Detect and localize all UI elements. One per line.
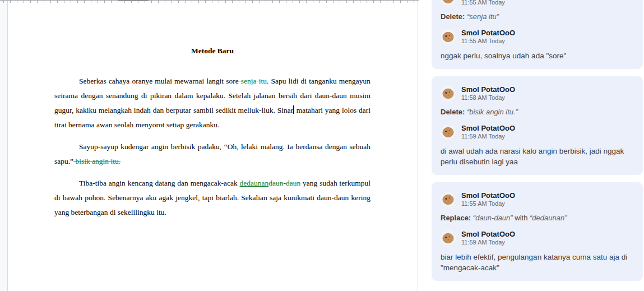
comment-timestamp: 11:59 AM Today (461, 133, 515, 140)
suggestion-summary: Replace: “daun-daun” with “dedaunan” (441, 213, 634, 223)
comment-author-row: Smol PotatOoO11:58 AM Today (441, 85, 634, 101)
potato-avatar-icon (441, 0, 456, 6)
comment-body-text: di awal udah ada narasi kalo angin berbi… (441, 146, 634, 167)
potato-avatar-icon (441, 29, 456, 44)
comment-author-row: Smol PotatOoO11:55 AM Today (441, 191, 634, 207)
suggestion-text: with (513, 214, 530, 222)
comments-sidebar: Smol PotatOoO11:55 AM TodayDelete: “senj… (432, 0, 643, 291)
author-name: Smol PotatOoO (461, 191, 515, 200)
author-name: Smol PotatOoO (461, 85, 515, 94)
document-page[interactable]: Metode Baru Seberkas cahaya oranye mulai… (54, 0, 370, 227)
potato-avatar-icon (441, 86, 456, 101)
comment-timestamp: 11:58 AM Today (461, 94, 515, 101)
page-gutter (0, 0, 7, 291)
suggestion-quoted-text: “dedaunan” (530, 214, 567, 222)
comment-card[interactable]: Smol PotatOoO11:58 AM TodayDelete: “bisi… (432, 76, 643, 175)
author-name: Smol PotatOoO (461, 124, 515, 132)
comment-timestamp: 11:55 AM Today (461, 200, 515, 207)
potato-avatar-icon (441, 124, 456, 140)
suggestion-quoted-text: “daun-daun” (473, 214, 513, 222)
suggested-delete-text[interactable]: daun-daun (268, 179, 300, 187)
comment-body-text: biar lebih efektif, pengulangan katanya … (441, 252, 634, 273)
comment-body-text: nggak perlu, soalnya udah ada "sore" (441, 50, 634, 61)
potato-avatar-icon (441, 192, 456, 207)
comment-timestamp: 11:55 AM Today (461, 0, 515, 6)
suggestion-quoted-text: “senja itu” (467, 12, 499, 21)
suggestion-summary: Delete: “bisik angin itu.” (441, 107, 634, 117)
paragraph[interactable]: Seberkas cahaya oranye mulai mewarnai la… (54, 74, 370, 132)
comment-author-row: Smol PotatOoO11:55 AM Today (441, 0, 634, 6)
suggestion-action-label: Delete: (441, 108, 465, 116)
comment-timestamp: 11:55 AM Today (461, 38, 515, 45)
text-run[interactable]: Seberkas cahaya oranye mulai mewarnai la… (79, 77, 239, 85)
suggestion-summary: Delete: “senja itu” (441, 12, 634, 22)
document-body[interactable]: Seberkas cahaya oranye mulai mewarnai la… (54, 74, 370, 220)
document-area: Metode Baru Seberkas cahaya oranye mulai… (0, 0, 430, 291)
paragraph[interactable]: Sayup-sayup kudengar angin berbisik pada… (54, 140, 370, 169)
author-name: Smol PotatOoO (461, 29, 515, 37)
comment-author-row: Smol PotatOoO11:59 AM Today (441, 124, 634, 140)
page-right-edge (418, 0, 418, 291)
suggestion-action-label: Replace: (441, 214, 471, 222)
author-name: Smol PotatOoO (461, 230, 515, 238)
comment-card[interactable]: Smol PotatOoO11:55 AM TodayDelete: “senj… (432, 0, 643, 69)
text-run[interactable]: Tiba-tiba angin kencang datang dan menga… (79, 179, 240, 187)
paragraph[interactable]: Tiba-tiba angin kencang datang dan menga… (54, 176, 370, 220)
suggestion-quoted-text: “bisik angin itu.” (467, 108, 518, 116)
potato-avatar-icon (441, 230, 456, 246)
suggestion-action-label: Delete: (441, 12, 465, 21)
comment-author-row: Smol PotatOoO11:55 AM Today (441, 29, 634, 45)
document-title[interactable]: Metode Baru (54, 44, 370, 58)
suggested-delete-text[interactable]: bisik angin itu. (73, 157, 121, 165)
comment-card[interactable]: Smol PotatOoO11:55 AM TodayReplace: “dau… (432, 182, 643, 281)
suggested-delete-text[interactable]: senja itu (239, 77, 267, 85)
page-left-edge (7, 0, 8, 291)
suggested-insert-text[interactable]: dedaunan (240, 179, 269, 187)
comment-timestamp: 11:59 AM Today (461, 239, 515, 246)
comment-author-row: Smol PotatOoO11:59 AM Today (441, 230, 634, 246)
